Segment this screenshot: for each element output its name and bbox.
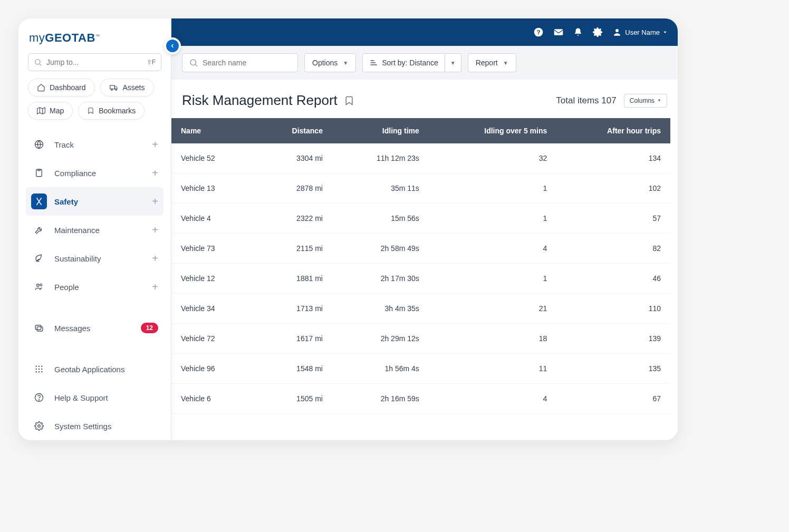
nav-help[interactable]: Help & Support	[26, 383, 163, 412]
expand-icon: +	[152, 281, 158, 293]
report-button[interactable]: Report ▼	[468, 53, 516, 72]
cell-name: Vehicle 4	[171, 204, 254, 234]
cell-afterhour: 139	[556, 324, 670, 354]
bookmark-icon[interactable]	[344, 94, 354, 107]
col-distance[interactable]: Distance	[254, 118, 332, 143]
table-row[interactable]: Vehicle 523304 mi11h 12m 23s32134	[171, 143, 670, 173]
svg-line-34	[195, 64, 197, 66]
cell-idling5: 18	[429, 324, 556, 354]
pill-map-label: Map	[50, 107, 64, 115]
table-row[interactable]: Vehicle 341713 mi3h 4m 35s21110	[171, 294, 670, 324]
svg-point-20	[41, 369, 42, 370]
sidebar-collapse-button[interactable]	[164, 37, 181, 54]
users-icon	[31, 279, 47, 295]
svg-point-25	[39, 400, 39, 400]
svg-text:?: ?	[537, 28, 541, 35]
cell-afterhour: 67	[556, 384, 670, 414]
search-name-field[interactable]	[203, 59, 295, 67]
pill-assets[interactable]: Assets	[100, 79, 154, 96]
sort-main[interactable]: Sort by: Distance	[362, 53, 445, 72]
messages-icon	[31, 320, 47, 336]
nav-compliance[interactable]: Compliance +	[26, 159, 163, 187]
svg-marker-32	[663, 32, 666, 33]
cell-idling5: 1	[429, 264, 556, 294]
user-menu[interactable]: User Name	[612, 27, 667, 37]
cell-distance: 2115 mi	[254, 234, 332, 264]
svg-rect-29	[554, 29, 563, 35]
cell-idling5: 1	[429, 204, 556, 234]
nav-sustainability[interactable]: Sustainability +	[26, 244, 163, 273]
nav-settings[interactable]: System Settings	[26, 412, 163, 440]
sort-icon	[369, 59, 378, 67]
col-idling[interactable]: Idling time	[332, 118, 429, 143]
table-row[interactable]: Vehicle 132878 mi35m 11s1102	[171, 173, 670, 204]
globe-icon	[31, 137, 47, 152]
cell-idling5: 4	[429, 384, 556, 414]
nav-help-label: Help & Support	[54, 393, 108, 402]
nav-people[interactable]: People +	[26, 273, 163, 301]
jump-to-input[interactable]: ⇧F	[28, 53, 161, 71]
cell-afterhour: 57	[556, 204, 670, 234]
svg-rect-14	[37, 327, 43, 331]
chevron-down-icon: ▼	[343, 60, 348, 66]
nav-apps[interactable]: Geotab Applications	[26, 355, 163, 383]
svg-point-19	[39, 369, 40, 370]
nav-safety-label: Safety	[54, 197, 78, 206]
svg-point-18	[36, 369, 37, 370]
total-label: Total items	[556, 95, 599, 105]
table-row[interactable]: Vehicle 42322 mi15m 56s157	[171, 204, 670, 234]
svg-point-31	[615, 29, 619, 32]
pill-bookmarks[interactable]: Bookmarks	[78, 102, 145, 120]
nav-messages[interactable]: Messages 12	[26, 314, 163, 342]
cell-idling5: 21	[429, 294, 556, 324]
col-afterhour[interactable]: After hour trips	[556, 118, 670, 143]
table-row[interactable]: Vehicle 721617 mi2h 29m 12s18139	[171, 324, 670, 354]
table-row[interactable]: Vehicle 61505 mi2h 16m 59s467	[171, 384, 670, 414]
pill-map[interactable]: Map	[28, 102, 73, 120]
chevron-down-icon: ▼	[503, 60, 508, 66]
cell-name: Vehicle 6	[171, 384, 254, 414]
page-title-text: Risk Management Report	[182, 92, 338, 109]
sort-label: Sort by: Distance	[382, 59, 438, 67]
col-name[interactable]: Name	[171, 118, 254, 143]
main-content: ? User Name Options ▼ Sort by	[171, 18, 678, 440]
mail-button[interactable]	[553, 27, 564, 37]
home-icon	[37, 83, 45, 92]
brand-prefix: my	[29, 31, 45, 44]
table-body: Vehicle 523304 mi11h 12m 23s32134Vehicle…	[171, 143, 670, 414]
svg-point-33	[190, 60, 196, 65]
help-button[interactable]: ?	[533, 27, 544, 37]
col-idling5[interactable]: Idling over 5 mins	[429, 118, 556, 143]
columns-button[interactable]: Columns ▼	[624, 94, 667, 108]
report-table-container[interactable]: Name Distance Idling time Idling over 5 …	[171, 118, 678, 440]
svg-line-1	[40, 64, 41, 65]
table-row[interactable]: Vehicle 732115 mi2h 58m 49s482	[171, 234, 670, 264]
cell-name: Vehicle 13	[171, 173, 254, 204]
nav-people-label: People	[54, 283, 79, 292]
nav-maintenance[interactable]: Maintenance +	[26, 216, 163, 244]
cell-distance: 3304 mi	[254, 143, 332, 173]
search-name-input[interactable]	[182, 53, 298, 72]
leaf-icon	[31, 250, 47, 266]
cell-afterhour: 134	[556, 143, 670, 173]
nav-track[interactable]: Track +	[26, 130, 163, 159]
sort-caret[interactable]: ▼	[445, 53, 461, 72]
table-row[interactable]: Vehicle 121881 mi2h 17m 30s146	[171, 264, 670, 294]
pill-dashboard[interactable]: Dashboard	[28, 79, 95, 96]
cell-idling: 2h 29m 12s	[332, 324, 429, 354]
table-row[interactable]: Vehicle 961548 mi1h 56m 4s11135	[171, 354, 670, 384]
expand-icon: +	[152, 139, 158, 151]
svg-point-17	[41, 366, 42, 367]
cell-distance: 1548 mi	[254, 354, 332, 384]
jump-to-field[interactable]	[46, 58, 147, 66]
cell-afterhour: 110	[556, 294, 670, 324]
svg-point-3	[111, 89, 112, 91]
cell-idling5: 4	[429, 234, 556, 264]
bell-button[interactable]	[573, 27, 583, 37]
nav-apps-label: Geotab Applications	[54, 365, 124, 374]
cell-idling: 2h 17m 30s	[332, 264, 429, 294]
nav-safety[interactable]: Safety +	[26, 187, 163, 216]
options-button[interactable]: Options ▼	[304, 53, 356, 72]
settings-button[interactable]	[592, 27, 603, 37]
total-value: 107	[601, 95, 616, 105]
